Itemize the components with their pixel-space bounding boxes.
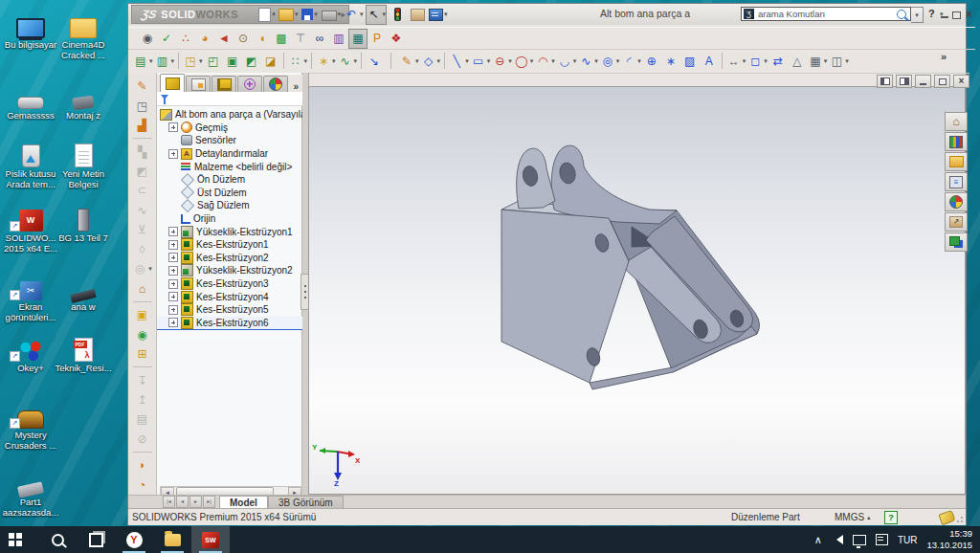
dropdown-arrow-icon[interactable]: ▾	[487, 57, 491, 65]
volume-icon[interactable]	[832, 535, 843, 544]
sketch-3d-button[interactable]: ▥▾	[154, 51, 176, 71]
tree-item-kes-ekstr-zyon3[interactable]: Kes-Ekstrüzyon3	[157, 277, 302, 291]
tree-item-ge-mi[interactable]: Geçmiş	[157, 122, 302, 135]
l-wrap-button[interactable]: ∿	[133, 202, 152, 219]
l-pattern-button[interactable]: ⊞	[133, 345, 152, 363]
dropdown-arrow-icon[interactable]: ▾	[360, 11, 364, 18]
tab-3d-view[interactable]: 3B Görünüm	[268, 496, 344, 508]
l-base-button[interactable]: ▟	[133, 117, 152, 134]
smart-dimension-button[interactable]: ◇▾	[420, 51, 442, 71]
panel-tab-display[interactable]	[263, 76, 288, 92]
last-tab-button[interactable]: ▸|	[203, 496, 215, 508]
l-stack-button[interactable]: ▤	[133, 410, 152, 428]
close-button[interactable]: ×	[963, 10, 975, 20]
graphics-viewport[interactable]: Y X Z	[308, 86, 966, 495]
dropdown-arrow-icon[interactable]: ▾	[743, 57, 746, 65]
linear-pattern-button[interactable]: ∷▾	[287, 51, 309, 71]
expand-icon[interactable]	[168, 149, 178, 159]
desktop-icon-pislik-kutusu-arada-tem[interactable]: Pislik kutusu Arada tem...	[2, 137, 59, 190]
ellipse-button[interactable]: ◎▾	[599, 51, 621, 71]
centerline-button[interactable]: ∗	[661, 51, 680, 71]
tree-item-kes-ekstr-zyon4[interactable]: Kes-Ekstrüzyon4	[157, 290, 302, 303]
l-intersect-button[interactable]: ⊻	[133, 221, 152, 238]
network-icon[interactable]	[853, 535, 866, 545]
dropdown-arrow-icon[interactable]: ▾	[295, 11, 299, 18]
clock[interactable]: 15:39 13.10.2015	[926, 528, 972, 552]
rebuild-button[interactable]	[388, 5, 407, 25]
desktop-icon-bu-bilgisayar[interactable]: Bu bilgisayar	[2, 8, 59, 51]
desktop-icon-okey[interactable]: ↗Okey+	[2, 331, 59, 374]
flag-button[interactable]: ◄	[214, 29, 234, 49]
l-edit-button[interactable]: ✎	[133, 77, 152, 95]
circle-button[interactable]: ◯▾	[513, 51, 535, 71]
dropdown-arrow-icon[interactable]: ▾	[845, 57, 849, 65]
undo-button[interactable]: ↶▾	[343, 5, 365, 25]
print-button[interactable]: ▾	[321, 5, 343, 25]
help-button[interactable]: ?	[928, 8, 935, 19]
dropdown-arrow-icon[interactable]: ▾	[149, 57, 153, 65]
taskpane-view-palette-button[interactable]: ≡	[945, 172, 968, 191]
status-tag-icon[interactable]	[938, 509, 955, 524]
3d-model[interactable]	[309, 87, 967, 494]
task-view-button[interactable]	[77, 526, 115, 553]
action-center-icon[interactable]	[876, 534, 888, 545]
section-button[interactable]: ◕	[195, 29, 214, 49]
tree-item-kes-ekstr-zyon6[interactable]: Kes-Ekstrüzyon6	[157, 317, 302, 331]
tree-item-y-kseklik-ekstr-zyon1[interactable]: Yükseklik-Ekstrüzyon1	[157, 225, 302, 238]
pattern-grid-button[interactable]: ▦▾	[807, 51, 829, 71]
point-button[interactable]: ⊕	[642, 51, 661, 71]
expand-icon[interactable]	[168, 318, 178, 327]
taskbar-solidworks-button[interactable]: SW	[191, 526, 230, 553]
dropdown-arrow-icon[interactable]: ▾	[530, 57, 534, 65]
toolbox-p-button[interactable]: P	[368, 29, 387, 49]
material-cube-button[interactable]: ▩	[272, 29, 291, 49]
dropdown-arrow-icon[interactable]: ▾	[551, 57, 555, 65]
extruded-boss-button[interactable]: ◳▾	[182, 51, 204, 71]
dropdown-arrow-icon[interactable]: ▾	[272, 11, 276, 18]
tree-item-alt-bom-ana-par-a-a-varsay-l[interactable]: Alt bom ana parça a (Varsayılan	[157, 108, 302, 122]
l-down-button[interactable]: ↧	[133, 371, 152, 388]
mirror-entities-button[interactable]: ⇄	[768, 51, 788, 71]
toolbar-overflow-button[interactable]: »	[941, 51, 947, 62]
l-up-button[interactable]: ↥	[133, 391, 152, 409]
dropdown-arrow-icon[interactable]: ▾	[332, 57, 336, 65]
start-button[interactable]	[0, 526, 38, 553]
taskbar-search-button[interactable]	[38, 526, 77, 553]
minimize-button[interactable]	[938, 10, 950, 20]
tree-item-n-d-zlem[interactable]: Ön Düzlem	[157, 173, 302, 187]
hatch-button[interactable]: ▨	[680, 51, 700, 71]
expand-icon[interactable]	[168, 240, 178, 250]
taskpane-appearances-button[interactable]	[945, 192, 968, 211]
lofted-boss-button[interactable]: ◩	[242, 51, 261, 71]
l-boss-button[interactable]: ▣	[133, 306, 152, 323]
language-indicator[interactable]: TUR	[898, 535, 918, 545]
dropdown-arrow-icon[interactable]: ▾	[415, 57, 419, 65]
taskbar-explorer-button[interactable]	[153, 526, 191, 553]
boundary-boss-button[interactable]: ◪	[261, 51, 280, 71]
l-shell-button[interactable]: ◩	[133, 163, 152, 180]
doc-minimize-button[interactable]	[915, 75, 931, 88]
alert-button[interactable]: △	[788, 51, 807, 71]
expand-icon[interactable]	[168, 227, 178, 236]
measure-button[interactable]: ⊙	[234, 29, 253, 49]
spline-button[interactable]: ∿▾	[577, 51, 599, 71]
panel-tabs-overflow[interactable]: »	[293, 81, 299, 92]
desktop-icon-bg-13-teil-7[interactable]: BG 13 Teil 7	[55, 201, 112, 244]
column-button[interactable]: ▥	[329, 29, 348, 49]
tree-item-sens-rler[interactable]: Sensörler	[157, 134, 302, 147]
dropdown-arrow-icon[interactable]: ▾	[171, 57, 175, 65]
first-tab-button[interactable]: |◂	[163, 496, 175, 508]
open-button[interactable]: ▾	[278, 5, 300, 25]
l-none-button[interactable]: ⊘	[133, 431, 152, 448]
dropdown-arrow-icon[interactable]: ▾	[594, 57, 598, 65]
revolved-boss-button[interactable]: ◰	[204, 51, 223, 71]
panel-tab-properties[interactable]	[186, 76, 211, 92]
desktop-icon-mystery-crusaders[interactable]: ↗Mystery Crusaders ...	[2, 398, 59, 452]
search-dropdown-arrow[interactable]: ▾	[911, 7, 924, 23]
desktop-icon-part1-aazsazasda[interactable]: Part1 aazsazasda...	[2, 465, 59, 519]
taskpane-file-explorer-button[interactable]	[945, 152, 968, 171]
tree-item-kes-ekstr-zyon1[interactable]: Kes-Ekstrüzyon1	[157, 238, 302, 252]
tree-item-kes-ekstr-zyon2[interactable]: Kes-Ekstrüzyon2	[157, 252, 302, 265]
desktop-icon-ana-w[interactable]: ana w	[55, 270, 112, 313]
new-button[interactable]: ▾	[257, 5, 277, 25]
